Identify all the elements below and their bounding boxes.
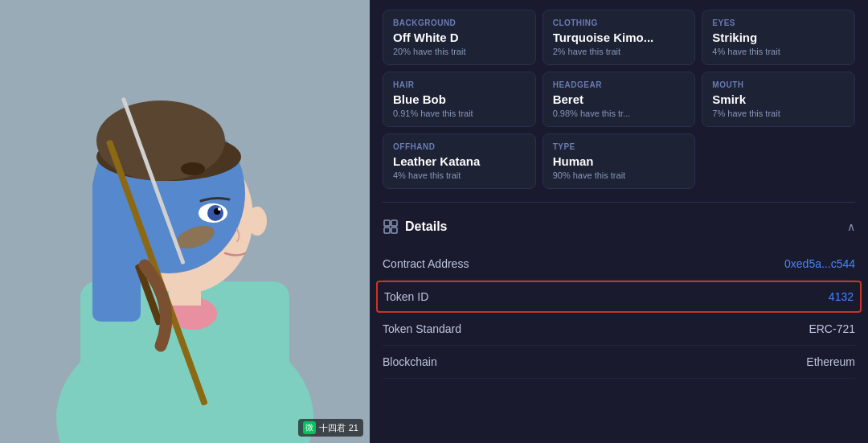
- trait-rarity: 4% have this trait: [393, 170, 526, 180]
- wechat-icon: 微: [303, 421, 316, 434]
- details-title: Details: [405, 219, 447, 234]
- trait-category: HEADGEAR: [553, 80, 686, 89]
- detail-value: Ethereum: [806, 355, 855, 368]
- detail-label: Contract Address: [383, 257, 469, 270]
- traits-grid: BACKGROUNDOff White D20% have this trait…: [383, 10, 855, 189]
- chevron-up-icon: ∧: [847, 220, 855, 233]
- trait-card: HAIRBlue Bob0.91% have this trait: [383, 72, 536, 127]
- detail-row: Token ID4132: [376, 281, 862, 313]
- trait-value: Turquoise Kimo...: [553, 31, 686, 44]
- svg-rect-22: [391, 220, 397, 226]
- trait-rarity: 4% have this trait: [712, 47, 845, 56]
- svg-rect-21: [384, 220, 390, 226]
- right-panel: BACKGROUNDOff White D20% have this trait…: [370, 0, 868, 443]
- trait-rarity: 2% have this trait: [553, 47, 686, 56]
- trait-value: Smirk: [712, 92, 845, 106]
- details-header-left: Details: [383, 219, 447, 235]
- watermark: 微 十四君 21: [298, 419, 363, 437]
- svg-point-12: [181, 162, 205, 175]
- trait-card: BACKGROUNDOff White D20% have this trait: [383, 10, 536, 65]
- detail-label: Blockchain: [383, 355, 437, 368]
- svg-rect-24: [391, 228, 397, 233]
- trait-value: Striking: [712, 31, 845, 44]
- trait-rarity: 90% have this trait: [553, 170, 686, 180]
- nft-image-panel: 微 十四君 21: [0, 0, 370, 443]
- detail-value[interactable]: 4132: [829, 290, 854, 303]
- trait-value: Human: [553, 154, 686, 168]
- trait-category: BACKGROUND: [393, 18, 526, 27]
- trait-rarity: 0.98% have this tr...: [553, 109, 686, 118]
- trait-card: EYESStriking4% have this trait: [702, 10, 855, 65]
- detail-row: Token StandardERC-721: [383, 313, 855, 346]
- trait-card: MOUTHSmirk7% have this trait: [702, 72, 855, 127]
- trait-value: Blue Bob: [393, 92, 526, 106]
- trait-category: EYES: [712, 18, 845, 27]
- trait-category: OFFHAND: [393, 142, 526, 151]
- details-section: Details ∧ Contract Address0xed5a...c544T…: [383, 202, 855, 379]
- detail-value: ERC-721: [809, 322, 855, 335]
- trait-card: OFFHANDLeather Katana4% have this trait: [383, 133, 536, 189]
- trait-rarity: 7% have this trait: [712, 109, 845, 118]
- trait-category: MOUTH: [712, 80, 845, 89]
- trait-rarity: 0.91% have this trait: [393, 109, 526, 118]
- detail-label: Token Standard: [383, 322, 461, 335]
- trait-category: TYPE: [553, 142, 686, 151]
- detail-row: BlockchainEthereum: [383, 346, 855, 379]
- details-rows: Contract Address0xed5a...c544Token ID413…: [383, 248, 855, 379]
- details-header[interactable]: Details ∧: [383, 212, 855, 241]
- trait-value: Beret: [553, 92, 686, 106]
- trait-rarity: 20% have this trait: [393, 47, 526, 56]
- watermark-text: 十四君: [319, 422, 346, 434]
- trait-value: Off White D: [393, 31, 526, 44]
- watermark-number: 21: [349, 423, 358, 433]
- svg-point-7: [248, 207, 267, 236]
- trait-card: CLOTHINGTurquoise Kimo...2% have this tr…: [542, 10, 696, 65]
- trait-category: CLOTHING: [553, 18, 686, 27]
- svg-point-11: [96, 100, 225, 181]
- detail-row: Contract Address0xed5a...c544: [383, 248, 855, 281]
- trait-card: HEADGEARBeret0.98% have this tr...: [542, 72, 696, 127]
- detail-value[interactable]: 0xed5a...c544: [784, 257, 855, 270]
- svg-point-16: [218, 207, 221, 211]
- trait-card: TYPEHuman90% have this trait: [542, 133, 696, 189]
- detail-label: Token ID: [384, 290, 428, 303]
- trait-value: Leather Katana: [393, 154, 526, 168]
- trait-category: HAIR: [393, 80, 526, 89]
- details-icon: [383, 219, 399, 235]
- svg-rect-23: [384, 228, 390, 233]
